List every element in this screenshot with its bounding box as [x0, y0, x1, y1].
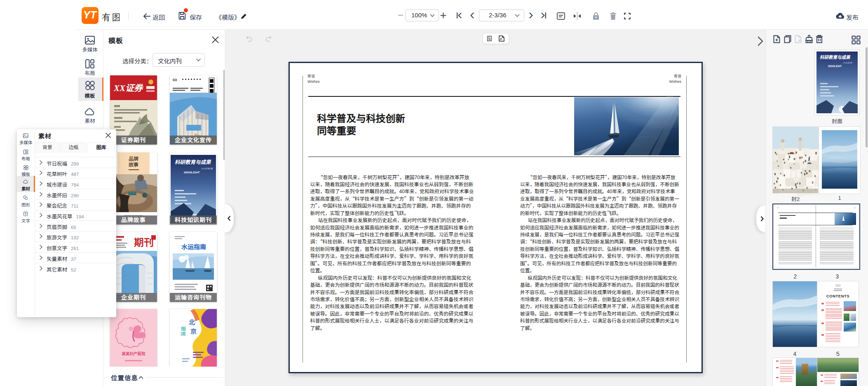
svg-text:#: #: [500, 37, 502, 41]
svg-text:某某妇产医院: 某某妇产医院: [121, 351, 145, 356]
svg-text:HIGHLIGHT: HIGHLIGHT: [828, 65, 842, 68]
svg-text:XX证券: XX证券: [113, 83, 143, 93]
svg-text:要营: 要营: [180, 326, 186, 336]
svg-text:京: 京: [190, 328, 197, 335]
svg-text:03: 03: [173, 78, 177, 82]
svg-text:科研教育与成果: 科研教育与成果: [820, 55, 851, 60]
svg-text:北: 北: [189, 319, 195, 326]
svg-text:期刊: 期刊: [134, 237, 154, 248]
svg-text:品牌: 品牌: [129, 156, 138, 162]
svg-text:故事: 故事: [129, 162, 138, 168]
svg-text:HIGHLIGHT: HIGHLIGHT: [184, 171, 200, 174]
svg-text:2024年第2辑: 2024年第2辑: [201, 167, 213, 170]
svg-text:水运指南: 水运指南: [181, 243, 206, 250]
svg-text:2024年第2辑: 2024年第2辑: [843, 62, 852, 64]
svg-text:科研教育与成果: 科研教育与成果: [175, 159, 211, 165]
